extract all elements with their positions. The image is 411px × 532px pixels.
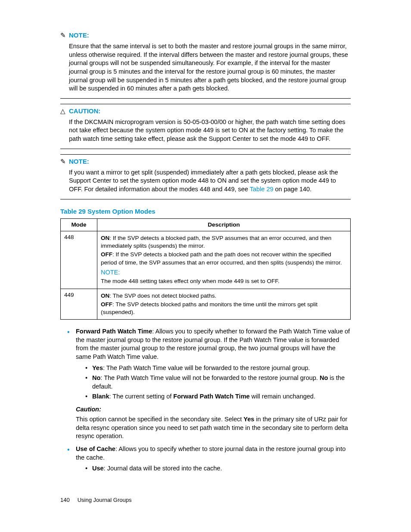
table-header-row: Mode Description: [61, 218, 351, 231]
col-description: Description: [97, 218, 351, 231]
separator: [60, 199, 351, 199]
on-text: : If the SVP detects a blocked path, the…: [101, 235, 331, 249]
cell-note-heading: NOTE:: [101, 268, 347, 277]
section-title: Using Journal Groups: [78, 497, 132, 503]
cell-note-text: The mode 448 setting takes effect only w…: [101, 277, 347, 285]
off-text: : The SVP detects blocked paths and moni…: [101, 301, 318, 315]
inline-caution-body: This option cannot be specified in the s…: [76, 415, 351, 441]
yes-text: : The Path Watch Time value will be forw…: [103, 364, 310, 371]
list-item: Forward Path Watch Time: Allows you to s…: [67, 327, 351, 441]
caution-yes: Yes: [243, 416, 254, 423]
mode-cell: 448: [61, 231, 97, 289]
list-item: Blank: The current setting of Forward Pa…: [85, 392, 351, 401]
system-option-modes-table: Mode Description 448 ON: If the SVP dete…: [60, 218, 351, 320]
list-item: Use: Journal data will be stored into th…: [85, 464, 351, 473]
desc-cell: ON: If the SVP detects a blocked path, t…: [97, 231, 351, 289]
note-icon: ✎: [60, 157, 68, 166]
use-label: Use: [92, 465, 104, 472]
caution-block: △CAUTION: If the DKCMAIN microprogram ve…: [60, 104, 351, 149]
caution-heading-text: CAUTION:: [69, 107, 100, 115]
separator: [60, 149, 351, 149]
separator: [60, 104, 351, 104]
blank-text2: will remain unchanged.: [250, 393, 315, 400]
note-body: If you want a mirror to get split (suspe…: [69, 168, 351, 194]
blank-label: Blank: [92, 393, 109, 400]
page-footer: 140Using Journal Groups: [60, 496, 131, 503]
yes-label: Yes: [92, 364, 103, 371]
no-bold: No: [320, 374, 328, 381]
blank-bold: Forward Path Watch Time: [173, 393, 249, 400]
table-29-link[interactable]: Table 29: [250, 186, 274, 193]
note-heading-text: NOTE:: [69, 31, 89, 39]
caution-heading: △CAUTION:: [60, 107, 351, 115]
mode-cell: 449: [61, 289, 97, 320]
note-body-post: on page 140.: [274, 186, 312, 193]
list-item: No: The Path Watch Time value will not b…: [85, 374, 351, 391]
note-block-2: ✎NOTE: If you want a mirror to get split…: [60, 154, 351, 199]
caution-text1: This option cannot be specified in the s…: [76, 416, 243, 423]
uoc-text: : Allows you to specify whether to store…: [76, 445, 346, 461]
note-heading: ✎NOTE:: [60, 157, 351, 166]
caution-icon: △: [60, 107, 68, 115]
caution-body: If the DKCMAIN microprogram version is 5…: [69, 118, 351, 143]
on-label: ON: [101, 292, 109, 299]
options-list: Forward Path Watch Time: Allows you to s…: [60, 327, 351, 473]
list-item: Yes: The Path Watch Time value will be f…: [85, 364, 351, 373]
off-label: OFF: [101, 251, 112, 258]
off-text: : If the SVP detects a blocked path and …: [101, 251, 342, 265]
separator: [60, 98, 351, 99]
table-title: Table 29 System Option Modes: [60, 207, 351, 216]
list-item: Use of Cache: Allows you to specify whet…: [67, 445, 351, 473]
col-mode: Mode: [61, 218, 97, 231]
table-row: 449 ON: The SVP does not detect blocked …: [61, 289, 351, 320]
note-block-1: ✎NOTE: Ensure that the same interval is …: [60, 31, 351, 99]
page-number: 140: [60, 497, 70, 503]
note-heading-text: NOTE:: [69, 158, 89, 165]
off-label: OFF: [101, 301, 112, 308]
use-text: : Journal data will be stored into the c…: [104, 465, 222, 472]
note-body: Ensure that the same interval is set to …: [69, 42, 351, 93]
uoc-label: Use of Cache: [76, 445, 115, 452]
note-heading: ✎NOTE:: [60, 31, 351, 40]
sub-list: Use: Journal data will be stored into th…: [76, 464, 351, 473]
on-text: : The SVP does not detect blocked paths.: [109, 292, 216, 299]
no-label: No: [92, 374, 100, 381]
table-row: 448 ON: If the SVP detects a blocked pat…: [61, 231, 351, 289]
desc-cell: ON: The SVP does not detect blocked path…: [97, 289, 351, 320]
on-label: ON: [101, 235, 109, 241]
fpwt-label: Forward Path Watch Time: [76, 328, 152, 335]
inline-caution-heading: Caution:: [76, 405, 351, 414]
separator: [60, 154, 351, 155]
no-text: : The Path Watch Time value will not be …: [100, 374, 320, 381]
blank-text1: : The current setting of: [109, 393, 174, 400]
sub-list: Yes: The Path Watch Time value will be f…: [76, 364, 351, 401]
note-icon: ✎: [60, 31, 68, 40]
